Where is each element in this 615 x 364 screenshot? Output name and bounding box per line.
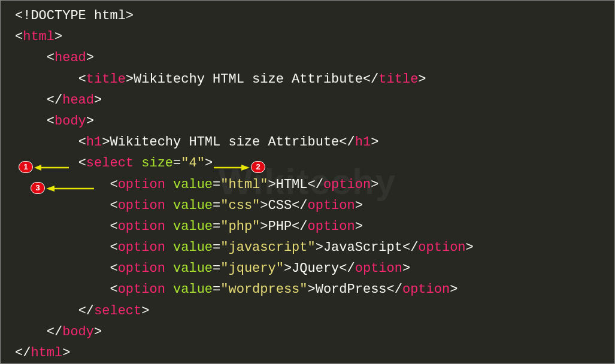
val-option: "javascript" [220, 240, 315, 255]
code-line-option: <option value="css">CSS</option> [15, 195, 612, 216]
code-line-option: <option value="wordpress">WordPress</opt… [15, 279, 612, 300]
code-line: <html> [15, 26, 612, 47]
code-line-option: <option value="html">HTML</option> [15, 174, 612, 195]
code-line: <body> [15, 111, 612, 132]
attr-value: value [173, 261, 213, 276]
attr-value: value [173, 240, 213, 255]
svg-marker-3 [241, 165, 250, 171]
code-line: <head> [15, 47, 612, 68]
arrow-2 [213, 163, 250, 172]
code-line: </head> [15, 90, 612, 111]
tag-body: body [54, 114, 86, 129]
code-line-option: <option value="php">PHP</option> [15, 216, 612, 237]
tag-head: head [54, 50, 86, 65]
tag-title: title [86, 72, 126, 87]
tag-option: option [118, 261, 165, 276]
option-text: WordPress [316, 282, 387, 297]
val-size: "4" [181, 156, 205, 171]
doctype: <!DOCTYPE html> [15, 8, 134, 23]
option-text: PHP [268, 219, 292, 234]
val-option: "php" [220, 219, 260, 234]
h1-text: Wikitechy HTML size Attribute [110, 135, 339, 150]
val-option: "wordpress" [220, 282, 307, 297]
attr-value: value [173, 282, 213, 297]
attr-value: value [173, 198, 213, 213]
code-line: </html> [15, 342, 612, 363]
code-line: </select> [15, 301, 612, 321]
code-line: <title>Wikitechy HTML size Attribute</ti… [15, 69, 612, 90]
code-line: </body> [15, 321, 612, 342]
attr-size: size [141, 156, 173, 171]
option-text: JQuery [292, 261, 339, 276]
val-option: "jquery" [220, 261, 284, 276]
tag-option: option [118, 282, 165, 297]
arrow-3 [46, 184, 95, 193]
tag-html: html [23, 29, 54, 44]
tag-select: select [86, 156, 134, 171]
tag-option: option [118, 219, 165, 234]
attr-value: value [173, 177, 213, 192]
attr-value: value [173, 219, 213, 234]
tag-h1: h1 [86, 135, 102, 150]
tag-option: option [118, 198, 165, 213]
code-line-option: <option value="jquery">JQuery</option> [15, 258, 612, 279]
option-text: CSS [268, 198, 292, 213]
code-line: <!DOCTYPE html> [15, 5, 612, 26]
arrow-1 [34, 163, 70, 172]
code-line-option: <option value="javascript">JavaScript</o… [15, 237, 612, 258]
annotation-badge-3: 3 [31, 182, 45, 194]
svg-marker-5 [46, 186, 54, 192]
option-text: JavaScript [323, 240, 402, 255]
annotation-badge-2: 2 [251, 161, 265, 173]
tag-option: option [118, 240, 165, 255]
code-line: <h1>Wikitechy HTML size Attribute</h1> [15, 132, 612, 153]
val-option: "html" [220, 177, 268, 192]
option-text: HTML [276, 177, 308, 192]
annotation-badge-1: 1 [19, 161, 33, 173]
code-line-select: <select size="4"> [15, 153, 612, 174]
tag-option: option [118, 177, 165, 192]
title-text: Wikitechy HTML size Attribute [134, 72, 363, 87]
val-option: "css" [220, 198, 260, 213]
svg-marker-1 [34, 165, 41, 171]
